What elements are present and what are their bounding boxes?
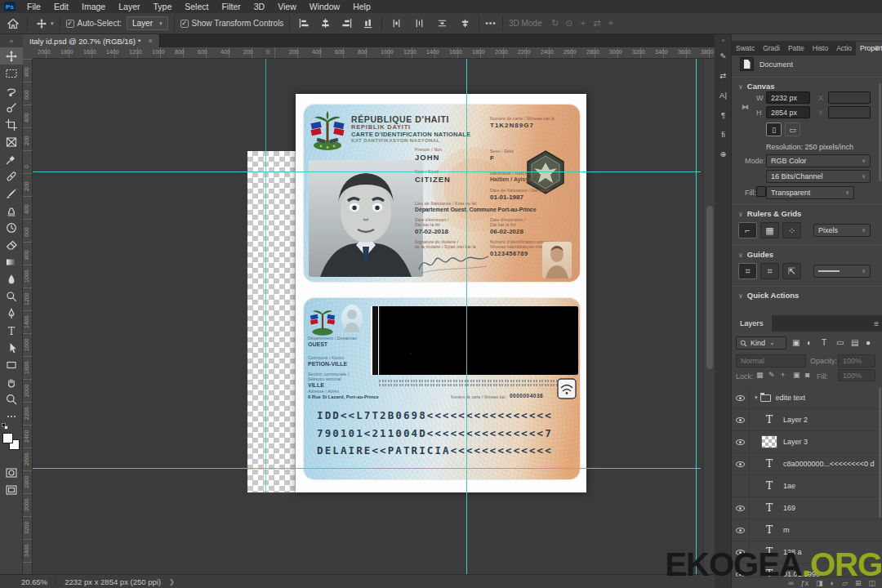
- layer-row[interactable]: Tc8a0000000...<<<<<<<<0 d: [732, 453, 882, 475]
- lock-transparency-icon[interactable]: ▦: [756, 371, 764, 379]
- canvas-section-header[interactable]: ∨Canvas: [738, 82, 775, 91]
- menu-image[interactable]: Image: [75, 0, 112, 13]
- brush-settings-icon[interactable]: ✎: [715, 46, 732, 65]
- horizontal-ruler[interactable]: 2000180016001400120010008006004002000200…: [23, 47, 715, 59]
- guide-style-dropdown[interactable]: ∨: [813, 265, 871, 278]
- menu-3d[interactable]: 3D: [247, 0, 271, 13]
- eyedropper-tool[interactable]: [0, 150, 23, 167]
- filter-type-layers-icon[interactable]: T: [822, 338, 826, 347]
- move-tool[interactable]: [0, 47, 23, 65]
- close-icon[interactable]: ×: [148, 37, 152, 45]
- new-group-icon[interactable]: ▱: [842, 579, 848, 587]
- width-field[interactable]: 2232 px: [766, 91, 810, 104]
- landscape-orientation-button[interactable]: ▭: [785, 122, 800, 136]
- lock-position-icon[interactable]: +: [781, 371, 785, 379]
- visibility-toggle[interactable]: [732, 475, 750, 497]
- canvas-scrollbar[interactable]: [703, 59, 715, 574]
- clone-stamp-tool[interactable]: [0, 202, 23, 219]
- chevron-down-icon[interactable]: ▾: [755, 394, 758, 401]
- guides-header[interactable]: ∨Guides: [738, 250, 773, 259]
- layers-menu-icon[interactable]: ≡: [874, 319, 879, 328]
- tab-actio[interactable]: Actio: [832, 42, 856, 56]
- layer-row[interactable]: ▾edite text: [732, 387, 882, 409]
- add-guide-icon[interactable]: ⌗: [760, 263, 779, 279]
- lasso-tool[interactable]: [0, 82, 23, 99]
- marquee-tool[interactable]: [0, 65, 23, 82]
- link-layers-icon[interactable]: ∞: [788, 579, 793, 587]
- document-canvas[interactable]: RÉPUBLIQUE D'HAITI REPIBLIK DAYITI CARTE…: [296, 94, 586, 492]
- layer-row[interactable]: Tm: [732, 519, 882, 541]
- visibility-toggle[interactable]: [732, 387, 750, 409]
- panel-menu-icon[interactable]: ≡: [875, 43, 880, 52]
- brush-tool[interactable]: [0, 185, 23, 202]
- menu-layer[interactable]: Layer: [112, 0, 146, 13]
- lock-all-icon[interactable]: ◙: [805, 371, 809, 379]
- history-brush-tool[interactable]: [0, 219, 23, 236]
- zoom-level-field[interactable]: 20.65%: [21, 577, 47, 586]
- object-selection-tool[interactable]: [0, 99, 23, 116]
- vertical-guide[interactable]: [696, 59, 697, 574]
- distribute-icon[interactable]: [411, 16, 427, 32]
- menu-file[interactable]: File: [20, 0, 47, 13]
- gradient-tool[interactable]: [0, 253, 23, 270]
- height-field[interactable]: 2854 px: [766, 106, 810, 118]
- rectangle-tool[interactable]: [0, 356, 23, 373]
- filter-toggle-icon[interactable]: ●: [866, 338, 871, 347]
- layer-row[interactable]: T1ae: [732, 475, 882, 497]
- visibility-toggle[interactable]: [732, 409, 750, 431]
- show-transform-checkbox[interactable]: ✓: [180, 20, 189, 28]
- distribute-icon[interactable]: [388, 16, 404, 32]
- units-dropdown[interactable]: Pixels∨: [813, 224, 871, 237]
- eraser-tool[interactable]: [0, 236, 23, 253]
- tab-gradi[interactable]: Gradi: [759, 42, 784, 56]
- delete-layer-icon[interactable]: ◫: [868, 579, 875, 587]
- new-layer-icon[interactable]: ⊞: [855, 579, 862, 587]
- move-tool-preset-icon[interactable]: [33, 16, 50, 32]
- paragraph-panel-icon[interactable]: ¶: [715, 105, 732, 124]
- color-swatches[interactable]: [2, 431, 21, 459]
- layer-effects-icon[interactable]: ƒx: [801, 579, 809, 587]
- link-dimensions-icon[interactable]: ⧓: [742, 103, 749, 111]
- layer-row[interactable]: T169: [732, 497, 882, 519]
- blur-tool[interactable]: [0, 270, 23, 287]
- visibility-toggle[interactable]: [732, 541, 750, 564]
- libraries-panel-icon[interactable]: ⊕: [715, 144, 732, 163]
- layer-filter-dropdown[interactable]: Kind ▾: [736, 336, 786, 350]
- visibility-toggle[interactable]: [732, 431, 750, 453]
- auto-select-checkbox[interactable]: ✓: [66, 20, 74, 28]
- canvas-area[interactable]: RÉPUBLIQUE D'HAITI REPIBLIK DAYITI CARTE…: [33, 59, 715, 574]
- align-c-icon[interactable]: [317, 16, 333, 32]
- foreground-color-swatch[interactable]: [2, 433, 13, 443]
- status-arrow-icon[interactable]: ❯: [169, 578, 175, 586]
- home-icon[interactable]: [5, 16, 21, 32]
- crop-tool[interactable]: [0, 116, 23, 133]
- glyphs-panel-icon[interactable]: fi: [715, 124, 732, 144]
- tab-swatc[interactable]: Swatc: [732, 42, 759, 56]
- grid-toggle-icon[interactable]: ▦: [760, 222, 779, 238]
- lock-paint-icon[interactable]: ✎: [768, 371, 775, 379]
- pen-tool[interactable]: [0, 305, 23, 322]
- align-b-icon[interactable]: [359, 16, 376, 32]
- collapse-panels-icon[interactable]: «: [715, 34, 732, 46]
- menu-view[interactable]: View: [271, 0, 303, 13]
- clone-source-icon[interactable]: ⇄: [715, 65, 732, 85]
- edit-toolbar[interactable]: [0, 408, 23, 425]
- adjustment-layer-icon[interactable]: ◐: [831, 579, 835, 587]
- more-options-icon[interactable]: •••: [485, 19, 497, 28]
- panel-scrollbar[interactable]: [879, 83, 881, 181]
- mode-dropdown[interactable]: RGB Color∨: [766, 154, 871, 167]
- bit-depth-dropdown[interactable]: 16 Bits/Channel∨: [766, 170, 871, 183]
- screen-mode-icon[interactable]: [0, 481, 23, 498]
- quick-actions-header[interactable]: ∨Quick Actions: [738, 291, 799, 300]
- layers-scrollbar[interactable]: [879, 387, 881, 518]
- snap-toggle-icon[interactable]: ⁘: [782, 222, 801, 238]
- filter-pixel-layers-icon[interactable]: ▣: [792, 338, 800, 347]
- zoom-tool[interactable]: [0, 390, 23, 408]
- tab-patte[interactable]: Patte: [784, 42, 808, 56]
- menu-edit[interactable]: Edit: [47, 0, 75, 13]
- vertical-guide[interactable]: [466, 59, 467, 574]
- filter-adjustment-layers-icon[interactable]: ◐: [807, 338, 812, 347]
- guides-toggle-icon[interactable]: ⌗: [738, 263, 757, 279]
- menu-select[interactable]: Select: [178, 0, 215, 13]
- layer-row[interactable]: Layer 3: [732, 431, 882, 453]
